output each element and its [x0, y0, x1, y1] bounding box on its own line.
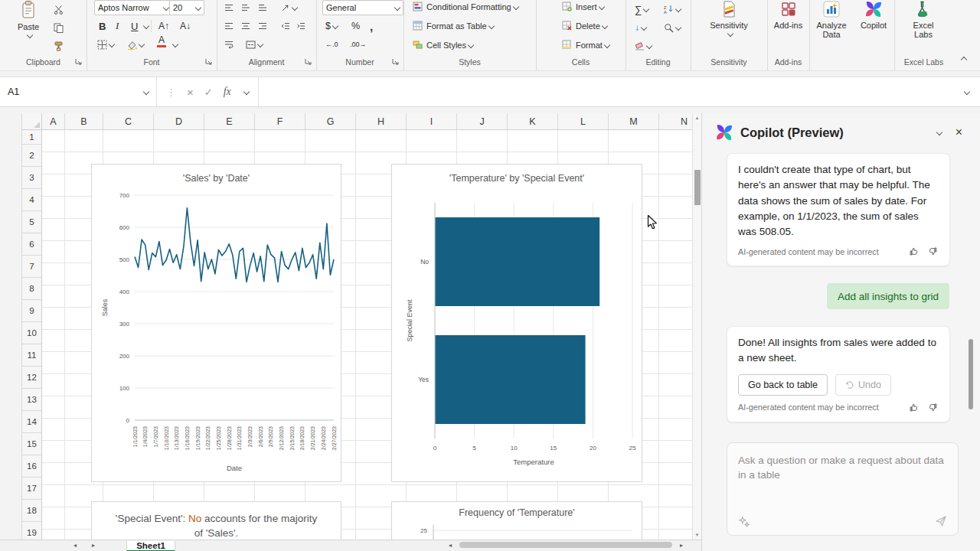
collapse-ribbon-button[interactable] — [959, 51, 966, 64]
row-header-11[interactable]: 11 — [22, 344, 42, 367]
column-header-D[interactable]: D — [154, 113, 204, 130]
prev-sheet-icon[interactable]: ◂ — [74, 542, 77, 549]
grow-font-button[interactable]: A↑ — [158, 18, 169, 34]
formula-bar-expand-icon[interactable] — [952, 85, 980, 99]
column-header-K[interactable]: K — [508, 113, 558, 130]
column-header-G[interactable]: G — [305, 113, 356, 130]
autosum-button[interactable]: ∑ — [635, 2, 648, 17]
number-dialog-launcher[interactable] — [392, 58, 400, 66]
sort-filter-button[interactable]: ZA — [664, 2, 681, 17]
format-cells-button[interactable]: Format — [562, 40, 609, 50]
find-select-button[interactable] — [664, 20, 681, 35]
thumbs-up-icon[interactable] — [908, 246, 920, 257]
fill-color-button[interactable] — [126, 37, 144, 52]
comma-style-button[interactable]: , — [370, 18, 373, 34]
column-header-L[interactable]: L — [558, 113, 609, 130]
format-as-table-button[interactable]: Format as Table — [413, 21, 494, 31]
column-header-I[interactable]: I — [407, 113, 457, 130]
chart-card-sales_by_date[interactable]: 'Sales' by 'Date'01002003004005006007001… — [91, 164, 341, 482]
percent-style-button[interactable]: % — [351, 18, 360, 34]
align-left-button[interactable] — [224, 18, 234, 34]
shrink-font-button[interactable]: A↓ — [180, 18, 191, 34]
chart-card-special_event_insight[interactable]: 'Special Event': No accounts for the maj… — [91, 501, 341, 540]
hscroll-right-icon[interactable]: ▸ — [680, 542, 683, 549]
row-header-17[interactable]: 17 — [22, 478, 42, 500]
column-header-E[interactable]: E — [204, 113, 255, 130]
column-header-J[interactable]: J — [457, 113, 508, 130]
thumbs-down-icon[interactable] — [927, 246, 939, 257]
clipboard-dialog-launcher[interactable] — [75, 58, 83, 66]
row-header-14[interactable]: 14 — [22, 411, 42, 433]
row-header-3[interactable]: 3 — [22, 167, 42, 189]
go-back-to-table-button[interactable]: Go back to table — [738, 374, 828, 396]
column-header-M[interactable]: M — [609, 113, 659, 130]
more-handle-icon[interactable]: ⋮ — [166, 86, 176, 98]
decrease-decimal-button[interactable]: .00→ — [350, 37, 367, 52]
panel-close-icon[interactable]: × — [949, 126, 969, 139]
select-all-corner[interactable] — [22, 113, 42, 130]
chart-card-temperature_by_special_event[interactable]: 'Temperature' by 'Special Event'05101520… — [391, 164, 642, 482]
merge-center-button[interactable] — [246, 37, 263, 52]
thumbs-down-icon[interactable] — [927, 402, 939, 413]
copilot-button[interactable]: Copilot — [855, 1, 892, 30]
align-middle-button[interactable] — [241, 0, 250, 15]
cell-styles-button[interactable]: Cell Styles — [413, 40, 473, 50]
orientation-button[interactable] — [281, 0, 297, 15]
conditional-formatting-button[interactable]: Conditional Formatting — [413, 2, 518, 11]
row-header-13[interactable]: 13 — [22, 389, 42, 411]
worksheet-grid[interactable]: ABCDEFGHIJKLMN 1234567891011121314151617… — [21, 113, 693, 540]
panel-scroll-thumb[interactable] — [969, 339, 973, 409]
formula-input[interactable] — [259, 77, 952, 106]
scroll-down-icon[interactable]: ▾ — [693, 532, 701, 538]
next-sheet-icon[interactable]: ▸ — [92, 542, 95, 549]
column-header-H[interactable]: H — [356, 113, 407, 130]
underline-button[interactable]: U — [131, 18, 138, 34]
row-header-18[interactable]: 18 — [22, 500, 42, 522]
sensitivity-button[interactable]: Sensitivity — [707, 1, 750, 39]
copilot-input[interactable]: Ask a question or make a request about d… — [727, 442, 959, 536]
vertical-scrollbar[interactable]: ▴ ▾ — [692, 113, 701, 540]
hscroll-left-icon[interactable]: ◂ — [449, 542, 452, 549]
thumbs-up-icon[interactable] — [908, 402, 920, 413]
align-center-button[interactable] — [241, 18, 250, 34]
increase-indent-button[interactable] — [296, 18, 305, 34]
row-header-16[interactable]: 16 — [22, 455, 42, 478]
row-header-9[interactable]: 9 — [22, 300, 42, 322]
vertical-scroll-thumb[interactable] — [694, 170, 701, 205]
sparkle-icon[interactable] — [738, 516, 750, 527]
align-right-button[interactable] — [258, 18, 267, 34]
align-bottom-button[interactable] — [258, 0, 267, 15]
insert-function-icon[interactable]: fx — [224, 86, 231, 98]
excel-labs-button[interactable]: Excel Labs — [905, 1, 942, 39]
panel-collapse-icon[interactable] — [928, 126, 949, 139]
format-painter-button[interactable] — [51, 38, 66, 54]
wrap-text-button[interactable] — [224, 37, 234, 52]
increase-decimal-button[interactable]: ←.0 — [325, 37, 338, 52]
fill-button[interactable]: ↓ — [635, 20, 646, 35]
delete-cells-button[interactable]: Delete — [562, 21, 607, 31]
column-header-C[interactable]: C — [103, 113, 154, 130]
row-header-12[interactable]: 12 — [22, 367, 42, 389]
bold-button[interactable]: B — [99, 18, 106, 34]
paste-button[interactable]: Paste — [12, 1, 44, 41]
cancel-icon[interactable]: × — [187, 86, 194, 99]
scroll-up-icon[interactable]: ▴ — [693, 115, 701, 121]
borders-button[interactable] — [97, 37, 114, 52]
number-format-combo[interactable]: General — [322, 0, 403, 15]
row-header-8[interactable]: 8 — [22, 278, 42, 300]
copy-button[interactable] — [51, 20, 66, 35]
alignment-dialog-launcher[interactable] — [305, 58, 312, 66]
column-header-B[interactable]: B — [65, 113, 103, 130]
row-header-2[interactable]: 2 — [22, 145, 42, 167]
row-header-5[interactable]: 5 — [22, 211, 42, 233]
name-box[interactable]: A1 — [0, 77, 157, 106]
row-header-19[interactable]: 19 — [22, 522, 42, 540]
analyze-data-button[interactable]: Analyze Data — [812, 1, 851, 39]
accounting-format-button[interactable]: $ — [325, 18, 338, 34]
sheet-tab-active[interactable]: Sheet1 — [126, 541, 175, 551]
font-name-combo[interactable]: Aptos Narrow — [94, 0, 172, 15]
decrease-indent-button[interactable] — [281, 18, 290, 34]
row-header-15[interactable]: 15 — [22, 433, 42, 455]
horizontal-scroll-thumb[interactable] — [459, 542, 672, 548]
row-header-7[interactable]: 7 — [22, 256, 42, 278]
